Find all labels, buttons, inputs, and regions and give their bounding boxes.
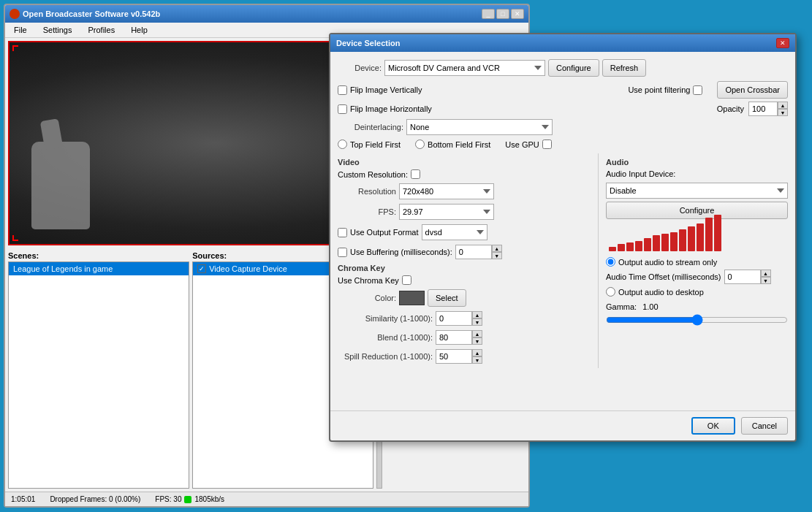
top-field-row: Top Field First (338, 140, 401, 149)
scene-item-0[interactable]: League of Legends in game (9, 262, 189, 275)
opacity-spinner-btns: ▲ ▼ (778, 102, 788, 116)
select-color-button[interactable]: Select (428, 289, 466, 307)
audio-bar (635, 241, 642, 251)
dialog-right: Audio Audio Input Device: Disable Config… (598, 153, 788, 368)
opacity-input[interactable] (748, 102, 778, 116)
opacity-spinner: ▲ ▼ (748, 102, 788, 116)
cancel-button[interactable]: Cancel (741, 417, 788, 435)
use-gpu-checkbox[interactable] (542, 140, 552, 149)
deinterlacing-label: Deinterlacing: (338, 123, 403, 131)
opacity-up-btn[interactable]: ▲ (778, 102, 788, 109)
audio-input-select[interactable]: Disable (606, 183, 788, 199)
spill-reduction-input[interactable] (436, 349, 472, 364)
buffering-down-btn[interactable]: ▼ (492, 252, 502, 259)
corner-tl (12, 45, 18, 51)
similarity-row: Similarity (1-1000): ▲ ▼ (338, 311, 591, 326)
audio-bar (661, 234, 669, 251)
menu-profiles[interactable]: Profiles (83, 24, 119, 36)
resolution-select[interactable]: 720x480 (399, 183, 494, 199)
custom-resolution-label: Custom Resolution: (338, 170, 408, 179)
device-label: Device: (338, 64, 382, 72)
audio-time-up-btn[interactable]: ▲ (761, 270, 771, 277)
output-stream-only-radio[interactable] (606, 257, 615, 267)
close-button[interactable]: ✕ (511, 9, 524, 19)
scenes-label: Scenes: (8, 251, 189, 260)
audio-bar (653, 235, 660, 251)
output-format-select[interactable]: dvsd (422, 224, 487, 240)
output-desktop-radio[interactable] (606, 287, 615, 297)
device-select[interactable]: Microsoft DV Camera and VCR (384, 60, 545, 76)
audio-time-down-btn[interactable]: ▼ (761, 277, 771, 284)
top-field-radio[interactable] (338, 140, 347, 149)
audio-time-offset-row: Audio Time Offset (milliseconds) ▲ ▼ (606, 270, 788, 284)
minimize-button[interactable]: _ (482, 9, 495, 19)
point-filtering-checkbox[interactable] (693, 85, 702, 95)
output-format-checkbox[interactable] (338, 228, 347, 237)
dialog-close-button[interactable]: ✕ (776, 38, 789, 48)
flip-horizontal-checkbox[interactable] (338, 104, 347, 114)
audio-level-bars (606, 225, 788, 254)
fps-select[interactable]: 29.97 (399, 204, 494, 220)
bitrate-value: 1805kb/s (194, 495, 224, 503)
audio-time-offset-spinner: ▲ ▼ (724, 270, 771, 284)
flip-vertical-row: Flip Image Vertically (338, 81, 422, 99)
audio-bar (714, 215, 721, 251)
point-filtering-label: Use point filtering (628, 85, 690, 94)
output-stream-only-row: Output audio to stream only (606, 257, 788, 267)
buffering-spinner: ▲ ▼ (455, 245, 502, 259)
status-dropped-frames: Dropped Frames: 0 (0.00%) (50, 495, 140, 503)
title-bar-left: Open Broadcaster Software v0.542b (10, 9, 160, 19)
audio-bar (705, 218, 713, 251)
blend-input[interactable] (436, 330, 472, 345)
blend-label: Blend (1-1000): (338, 333, 433, 342)
audio-bar (609, 247, 616, 251)
ok-button[interactable]: OK (691, 417, 735, 435)
blend-up-btn[interactable]: ▲ (472, 330, 482, 337)
similarity-spinner: ▲ ▼ (436, 311, 482, 326)
blend-down-btn[interactable]: ▼ (472, 337, 482, 345)
audio-time-offset-input[interactable] (724, 270, 761, 284)
fps-indicator: FPS: 30 1805kb/s (155, 495, 224, 503)
maximize-button[interactable]: □ (496, 9, 509, 19)
flip-vertical-checkbox[interactable] (338, 85, 347, 95)
window-controls: _ □ ✕ (482, 9, 524, 19)
open-crossbar-button[interactable]: Open Crossbar (717, 81, 788, 99)
color-swatch (399, 291, 425, 305)
main-title-bar: Open Broadcaster Software v0.542b _ □ ✕ (5, 5, 528, 23)
audio-time-offset-label: Audio Time Offset (milliseconds) (606, 272, 721, 281)
output-format-label: Use Output Format (350, 228, 419, 237)
dialog-bottom-buttons: OK Cancel (330, 410, 795, 440)
menu-file[interactable]: File (10, 24, 31, 36)
custom-resolution-checkbox[interactable] (411, 169, 420, 179)
bottom-field-radio[interactable] (415, 140, 425, 149)
bottom-field-label: Bottom Field First (428, 140, 490, 149)
source-checkbox-0[interactable]: ✓ (197, 264, 206, 273)
buffering-checkbox[interactable] (338, 248, 347, 257)
flip-vertical-label: Flip Image Vertically (350, 85, 422, 94)
configure-button[interactable]: Configure (548, 59, 599, 77)
menu-help[interactable]: Help (126, 24, 152, 36)
use-gpu-row: Use GPU (505, 140, 551, 149)
buffering-up-btn[interactable]: ▲ (492, 245, 502, 252)
opacity-down-btn[interactable]: ▼ (778, 109, 788, 116)
buffering-input[interactable] (455, 245, 492, 259)
use-chroma-key-label: Use Chroma Key (338, 276, 399, 285)
scenes-list[interactable]: League of Legends in game (8, 261, 189, 489)
spill-up-btn[interactable]: ▲ (472, 349, 482, 356)
chroma-key-checkbox[interactable] (402, 275, 411, 285)
audio-configure-button[interactable]: Configure (606, 202, 788, 219)
blend-spinner-btns: ▲ ▼ (472, 330, 482, 345)
dialog-title: Device Selection (336, 39, 400, 47)
deinterlacing-select[interactable]: None (406, 119, 553, 135)
similarity-input[interactable] (436, 311, 472, 326)
spill-down-btn[interactable]: ▼ (472, 356, 482, 364)
menu-settings[interactable]: Settings (39, 24, 77, 36)
point-filtering-row: Use point filtering (628, 85, 702, 95)
refresh-button[interactable]: Refresh (602, 59, 647, 77)
similarity-label: Similarity (1-1000): (338, 314, 433, 323)
similarity-up-btn[interactable]: ▲ (472, 311, 482, 318)
similarity-down-btn[interactable]: ▼ (472, 318, 482, 326)
gamma-slider[interactable] (606, 314, 788, 326)
similarity-spinner-btns: ▲ ▼ (472, 311, 482, 326)
audio-bar (618, 244, 625, 251)
